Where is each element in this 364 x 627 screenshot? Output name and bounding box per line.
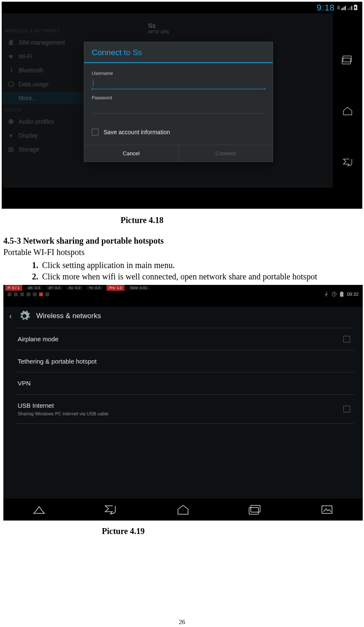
- dialog-title: Connect to Ss: [84, 42, 273, 63]
- steps-list: Click setting application in main menu. …: [40, 260, 362, 282]
- username-label: Username: [92, 71, 265, 76]
- nav-back-icon[interactable]: [103, 504, 120, 515]
- cancel-button[interactable]: Cancel: [84, 145, 178, 162]
- notif-icon: [20, 292, 24, 296]
- notif-icon: [27, 292, 30, 296]
- dialog-buttons: Cancel Connect: [84, 145, 273, 162]
- debug-yv: Yv: 0.0: [86, 286, 103, 290]
- svg-rect-0: [341, 8, 342, 10]
- username-input[interactable]: [92, 78, 265, 89]
- status-right: 09:32: [324, 292, 359, 297]
- nav-recents-icon[interactable]: [247, 504, 263, 515]
- svg-rect-18: [341, 292, 343, 292]
- connect-button[interactable]: Connect: [178, 145, 273, 162]
- status-time: 09:32: [347, 292, 359, 297]
- settings-list: Airplane mode Tethering & portable hotsp…: [16, 328, 354, 424]
- checkbox-icon[interactable]: [92, 129, 98, 135]
- caption-picture-419: Picture 4.19: [102, 526, 362, 536]
- settings-gear-icon: [19, 310, 30, 322]
- title-bar: ‹ Wireless & networks: [3, 307, 363, 328]
- item-tethering[interactable]: Tethering & portable hotspot: [16, 351, 354, 373]
- status-time: 9:18: [317, 3, 335, 13]
- battery-icon: [339, 292, 344, 297]
- debug-dy: dY: 0.0: [46, 286, 63, 290]
- item-airplane-mode[interactable]: Airplane mode: [16, 328, 354, 351]
- battery-icon: [354, 5, 357, 11]
- debug-dx: dX: 0.0: [26, 286, 43, 290]
- back-arrow-icon[interactable]: ‹: [9, 312, 12, 321]
- debug-p: P: 0 / 1: [5, 285, 22, 291]
- item-usb-internet[interactable]: USB Internet Sharing Windows PC internet…: [16, 395, 354, 424]
- checkbox-icon[interactable]: [343, 336, 350, 343]
- signal-bars-icon: [341, 5, 346, 10]
- download-icon: [324, 292, 329, 297]
- notif-icon: [45, 292, 49, 296]
- settings-content: ‹ Wireless & networks Airplane mode Teth…: [3, 307, 363, 499]
- notif-icon: [33, 292, 37, 296]
- signal-bars-2-icon: [348, 5, 353, 10]
- connect-dialog: Connect to Ss Username Password Save acc…: [84, 42, 273, 162]
- save-account-checkbox-row[interactable]: Save account information: [84, 122, 273, 145]
- password-input[interactable]: [92, 103, 265, 114]
- notif-icon: [39, 292, 43, 296]
- screenshot-wireless-networks: P: 0 / 1 dX: 0.0 dY: 0.0 Xv: 0.0 Yv: 0.0…: [3, 285, 363, 521]
- debug-prs: Prs: 1.0: [106, 285, 125, 291]
- debug-size: Size: 0.01: [128, 286, 150, 290]
- bottom-nav-bar: [3, 499, 363, 521]
- debug-bar: P: 0 / 1 dX: 0.0 dY: 0.0 Xv: 0.0 Yv: 0.0…: [3, 285, 363, 291]
- step-1: Click setting application in main menu.: [40, 260, 362, 271]
- password-label: Password: [92, 95, 265, 100]
- svg-rect-17: [340, 292, 343, 297]
- nav-screenshot-icon[interactable]: [319, 504, 335, 515]
- status-bar: 9:18 E: [2, 2, 362, 13]
- heading-4-5-3: 4.5-3 Network sharing and portable hotsp…: [3, 236, 362, 246]
- svg-rect-3: [345, 6, 346, 10]
- debug-xv: Xv: 0.0: [66, 286, 83, 290]
- text-portable-hotspots: Portable WI-FI hotspots: [3, 247, 362, 257]
- checkbox-icon[interactable]: [343, 406, 350, 412]
- caption-picture-418: Picture 4.18: [121, 215, 164, 225]
- clock-icon: [332, 292, 337, 297]
- svg-rect-6: [350, 7, 351, 10]
- notif-icon: [14, 292, 18, 296]
- svg-rect-5: [349, 8, 350, 10]
- signal-e-icon: E: [337, 5, 340, 10]
- item-vpn[interactable]: VPN: [16, 372, 354, 395]
- status-icons: E: [337, 5, 357, 11]
- page-title: Wireless & networks: [36, 312, 101, 320]
- nav-menu-icon[interactable]: [31, 504, 48, 515]
- page-number: 26: [2, 619, 362, 626]
- notification-icons: [8, 292, 49, 296]
- svg-rect-2: [344, 7, 345, 10]
- svg-rect-7: [351, 6, 352, 10]
- step-2: Click more when wifi is well connected, …: [40, 271, 362, 282]
- notif-icon: [8, 292, 11, 296]
- nav-home-icon[interactable]: [175, 504, 191, 515]
- svg-rect-1: [343, 8, 343, 10]
- svg-rect-4: [348, 8, 348, 10]
- screenshot-vpn-dialog: 9:18 E WIRELESS & NETWORKS SIM managemen…: [2, 2, 362, 209]
